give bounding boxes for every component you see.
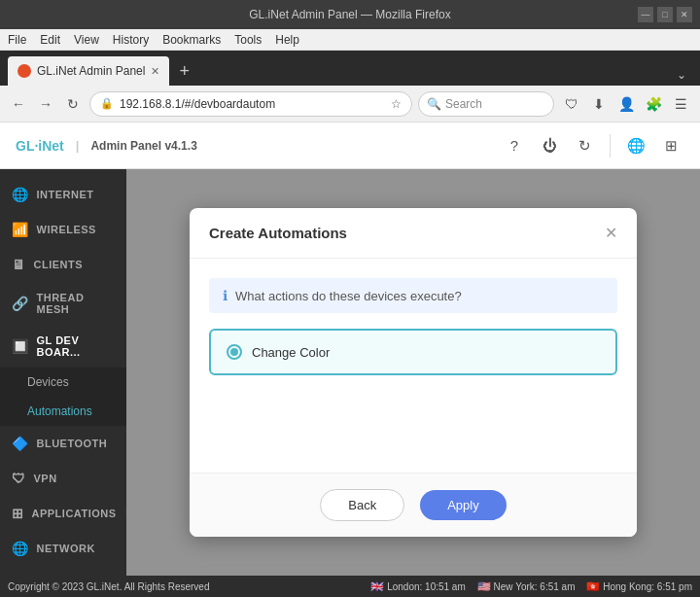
menu-edit[interactable]: Edit	[40, 33, 60, 47]
menu-history[interactable]: History	[113, 33, 149, 47]
menu-bar: File Edit View History Bookmarks Tools H…	[0, 29, 700, 51]
menu-bookmarks[interactable]: Bookmarks	[162, 33, 221, 47]
tabs-menu-button[interactable]: ⌄	[671, 68, 692, 82]
shield-icon[interactable]: 🛡	[560, 92, 583, 116]
grid-icon[interactable]: ⊞	[657, 132, 684, 159]
sidebar-item-vpn[interactable]: 🛡 VPN	[0, 461, 126, 496]
info-icon: ℹ	[223, 288, 228, 303]
reload-button[interactable]: ↻	[62, 93, 84, 115]
sidebar-item-applications-label: APPLICATIONS	[32, 508, 117, 519]
sidebar-subitem-devices[interactable]: Devices	[0, 368, 126, 397]
back-nav-button[interactable]: ←	[8, 93, 29, 115]
us-flag-icon: 🇺🇸	[477, 580, 491, 592]
london-time: 🇬🇧 London: 10:51 am	[370, 580, 465, 593]
search-bar[interactable]: 🔍 Search	[418, 91, 554, 117]
close-button[interactable]: ✕	[677, 7, 692, 22]
tab-close-icon[interactable]: ✕	[151, 65, 159, 78]
info-text: What actions do these devices execute?	[235, 289, 462, 303]
menu-view[interactable]: View	[74, 33, 99, 47]
sidebar-item-thread-mesh-label: THREAD MESH	[37, 292, 116, 315]
tab-active[interactable]: GL.iNet Admin Panel ✕	[8, 56, 169, 86]
info-banner: ℹ What actions do these devices execute?	[209, 278, 617, 313]
menu-file[interactable]: File	[8, 33, 26, 47]
sidebar-item-vpn-label: VPN	[34, 473, 57, 484]
language-icon[interactable]: 🌐	[622, 132, 649, 159]
full-layout: GL.iNet Admin Panel — Mozilla Firefox — …	[0, 0, 700, 597]
modal-body: ℹ What actions do these devices execute?…	[190, 259, 637, 473]
sidebar-item-wireless[interactable]: 📶 WIRELESS	[0, 212, 126, 247]
hk-flag-icon: 🇭🇰	[586, 580, 600, 592]
option-label: Change Color	[252, 345, 330, 360]
logo-divider: |	[76, 138, 80, 153]
toolbar-icons: 🛡 ⬇ 👤 🧩 ☰	[560, 92, 692, 116]
sidebar-item-gl-dev-board[interactable]: 🔲 GL DEV BOAR...	[0, 325, 126, 368]
sidebar-subitem-automations[interactable]: Automations	[0, 397, 126, 426]
window-controls: — □ ✕	[638, 7, 692, 22]
menu-help[interactable]: Help	[275, 33, 299, 47]
sidebar-item-network[interactable]: 🌐 NETWORK	[0, 531, 126, 566]
tab-favicon-icon	[18, 64, 31, 78]
copyright-text: Copyright © 2023 GL.iNet. All Rights Res…	[8, 581, 209, 592]
bluetooth-icon: 🔷	[12, 436, 29, 451]
modal-title: Create Automations	[209, 225, 347, 241]
refresh-icon[interactable]: ↻	[571, 132, 598, 159]
devices-label: Devices	[27, 375, 69, 389]
main-content: Create Automations ✕ ℹ What actions do t…	[126, 169, 700, 576]
extensions-icon[interactable]: 🧩	[642, 92, 665, 116]
address-bar[interactable]: 🔒 192.168.8.1/#/devboardautom ☆	[89, 91, 412, 117]
admin-panel-label: Admin Panel v4.1.3	[90, 139, 196, 153]
power-icon[interactable]: ⏻	[536, 132, 563, 159]
sidebar-item-thread-mesh[interactable]: 🔗 THREAD MESH	[0, 282, 126, 325]
sidebar-item-bluetooth-label: BLUETOOTH	[37, 438, 108, 449]
logo-text: GL·iNet	[16, 138, 64, 154]
modal-close-button[interactable]: ✕	[605, 224, 617, 242]
applications-icon: ⊞	[12, 506, 24, 521]
back-button[interactable]: Back	[320, 489, 404, 521]
internet-icon: 🌐	[12, 187, 29, 202]
download-icon[interactable]: ⬇	[587, 92, 611, 116]
address-bar-container: ← → ↻ 🔒 192.168.8.1/#/devboardautom ☆ 🔍 …	[0, 86, 700, 123]
browser-titlebar: GL.iNet Admin Panel — Mozilla Firefox — …	[0, 0, 700, 29]
forward-nav-button[interactable]: →	[35, 93, 56, 115]
browser-tabs: GL.iNet Admin Panel ✕ + ⌄	[0, 51, 700, 86]
status-bar: Copyright © 2023 GL.iNet. All Rights Res…	[0, 576, 700, 597]
sidebar-item-bluetooth[interactable]: 🔷 BLUETOOTH	[0, 426, 126, 461]
sidebar-item-gl-dev-board-label: GL DEV BOAR...	[37, 334, 116, 358]
apply-button[interactable]: Apply	[420, 490, 507, 520]
hongkong-time: 🇭🇰 Hong Kong: 6:51 pm	[586, 580, 692, 593]
topbar-right: ? ⏻ ↻ 🌐 ⊞	[501, 132, 684, 159]
change-color-option[interactable]: Change Color	[209, 329, 617, 375]
sidebar-item-internet-label: INTERNET	[37, 189, 94, 200]
radio-dot	[230, 348, 238, 356]
hamburger-menu-icon[interactable]: ☰	[669, 92, 692, 116]
profile-icon[interactable]: 👤	[614, 92, 638, 116]
lock-icon: 🔒	[100, 97, 114, 110]
sidebar-item-clients[interactable]: 🖥 CLIENTS	[0, 247, 126, 282]
minimize-button[interactable]: —	[638, 7, 653, 22]
new-tab-button[interactable]: +	[173, 61, 195, 82]
sidebar-item-clients-label: CLIENTS	[34, 259, 84, 270]
sidebar: 🌐 INTERNET 📶 WIRELESS 🖥 CLIENTS 🔗 THREAD…	[0, 169, 126, 576]
modal-overlay: Create Automations ✕ ℹ What actions do t…	[126, 169, 700, 576]
app-body: 🌐 INTERNET 📶 WIRELESS 🖥 CLIENTS 🔗 THREAD…	[0, 169, 700, 576]
sidebar-item-internet[interactable]: 🌐 INTERNET	[0, 177, 126, 212]
wireless-icon: 📶	[12, 222, 29, 237]
maximize-button[interactable]: □	[657, 7, 673, 22]
menu-tools[interactable]: Tools	[234, 33, 262, 47]
address-text: 192.168.8.1/#/devboardautom	[120, 97, 385, 111]
help-icon[interactable]: ?	[501, 132, 528, 159]
bookmark-icon[interactable]: ☆	[391, 97, 402, 111]
automations-label: Automations	[27, 404, 92, 418]
clients-icon: 🖥	[12, 257, 26, 272]
gl-dev-board-icon: 🔲	[12, 338, 29, 354]
sidebar-item-applications[interactable]: ⊞ APPLICATIONS ▼	[0, 496, 126, 531]
search-placeholder: Search	[445, 97, 482, 111]
app-logo: GL·iNet | Admin Panel v4.1.3	[16, 138, 197, 154]
search-icon: 🔍	[427, 97, 441, 111]
modal-footer: Back Apply	[190, 473, 637, 537]
browser-title: GL.iNet Admin Panel — Mozilla Firefox	[249, 8, 450, 21]
thread-mesh-icon: 🔗	[12, 296, 29, 311]
app-wrapper: GL·iNet | Admin Panel v4.1.3 ? ⏻ ↻ 🌐 ⊞ 🌐…	[0, 123, 700, 576]
vpn-icon: 🛡	[12, 471, 26, 486]
radio-selected-icon	[227, 344, 242, 360]
